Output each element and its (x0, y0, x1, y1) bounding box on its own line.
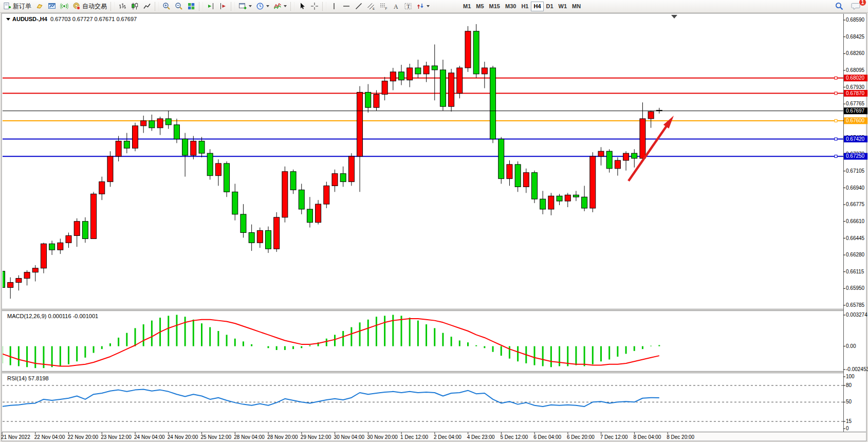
svg-text:30 Nov 20:00: 30 Nov 20:00 (367, 434, 398, 440)
toolbar-grip (231, 2, 235, 11)
price-chart[interactable]: 0.685900.684250.682600.680950.679300.677… (0, 13, 868, 442)
svg-text:80: 80 (846, 382, 852, 388)
cursor-tool-button[interactable] (296, 1, 308, 12)
signal-icon (60, 2, 68, 10)
svg-text:6 Dec 20:00: 6 Dec 20:00 (567, 434, 595, 440)
new-chart-button[interactable] (236, 1, 254, 12)
search-button[interactable] (833, 1, 846, 12)
svg-text:100: 100 (846, 374, 855, 379)
dropdown-caret (266, 5, 269, 7)
svg-text:T: T (407, 3, 410, 9)
text-label-tool-button[interactable]: T (402, 1, 414, 12)
toolbar-grip (199, 2, 203, 11)
svg-text:15: 15 (846, 418, 852, 424)
market-watch-button[interactable] (33, 1, 46, 12)
horizontal-line-tool-button[interactable] (340, 1, 353, 12)
symbol-timeframe-label: AUDUSD-,H4 (12, 16, 47, 22)
timeframe-M5[interactable]: M5 (473, 2, 486, 11)
period-button[interactable] (254, 1, 271, 12)
rsi-label: RSI(14) 57.8198 (7, 375, 49, 381)
zoom-in-button[interactable] (160, 1, 173, 12)
svg-text:2 Dec 04:00: 2 Dec 04:00 (434, 434, 461, 440)
equidistant-channel-tool-button[interactable]: E (365, 1, 377, 12)
timeframe-M15[interactable]: M15 (487, 2, 503, 11)
svg-text:0.00: 0.00 (846, 343, 856, 349)
auto-trading-label: 自动交易 (82, 2, 107, 11)
auto-scroll-button[interactable] (205, 1, 217, 12)
tile-windows-button[interactable] (185, 1, 197, 12)
signals-button[interactable] (58, 1, 70, 12)
text-icon: A (392, 2, 400, 10)
svg-text:0.68095: 0.68095 (846, 67, 865, 73)
svg-text:0.67870: 0.67870 (846, 90, 865, 96)
svg-text:6 Dec 04:00: 6 Dec 04:00 (533, 434, 561, 440)
svg-text:0.68260: 0.68260 (846, 50, 865, 56)
symbol-dropdown-icon[interactable] (6, 18, 10, 21)
candlestick-icon (131, 2, 139, 10)
svg-text:21 Nov 2022: 21 Nov 2022 (1, 434, 30, 440)
svg-text:0.66445: 0.66445 (846, 235, 865, 241)
dropdown-caret (284, 5, 287, 7)
vertical-line-tool-button[interactable] (328, 1, 340, 12)
svg-text:A: A (394, 3, 398, 10)
svg-text:1 Dec 12:00: 1 Dec 12:00 (400, 434, 428, 440)
svg-text:0.67105: 0.67105 (846, 168, 865, 174)
rsi-value: 57.8198 (28, 375, 49, 381)
svg-text:0.65785: 0.65785 (846, 302, 865, 308)
chat-button-wrap: 1 (849, 1, 863, 12)
fibonacci-tool-button[interactable]: F (377, 1, 390, 12)
crosshair-tool-button[interactable] (308, 1, 321, 12)
timeframe-MN[interactable]: MN (569, 2, 583, 11)
text-label-icon: T (404, 2, 412, 10)
chart-title: AUDUSD-,H4 0.67703 0.67727 0.67671 0.676… (6, 16, 137, 22)
svg-text:8 Dec 04:00: 8 Dec 04:00 (633, 434, 661, 440)
zoom-out-button[interactable] (173, 1, 185, 12)
timeframe-H4[interactable]: H4 (531, 2, 543, 11)
line-chart-mode-button[interactable] (141, 1, 153, 12)
new-order-button[interactable]: 新订单 (1, 1, 33, 12)
svg-text:0.67765: 0.67765 (846, 101, 865, 106)
arrows-tool-button[interactable] (414, 1, 432, 12)
toolbar-grip (290, 2, 294, 11)
svg-text:5 Dec 12:00: 5 Dec 12:00 (500, 434, 528, 440)
svg-text:24 Nov 20:00: 24 Nov 20:00 (168, 434, 198, 440)
svg-text:0.67420: 0.67420 (846, 136, 865, 142)
candlestick-mode-button[interactable] (128, 1, 141, 12)
crosshair-icon (310, 2, 319, 10)
clock-icon (256, 2, 264, 10)
search-icon (835, 2, 844, 11)
macd-main-value: 0.000116 (48, 313, 71, 319)
svg-text:0.67600: 0.67600 (846, 118, 865, 123)
chart-shift-button[interactable] (217, 1, 229, 12)
svg-text:0.003274: 0.003274 (846, 312, 867, 318)
svg-text:F: F (385, 7, 387, 10)
svg-text:8 Dec 20:00: 8 Dec 20:00 (667, 434, 694, 440)
toolbar-right-group: 1 (833, 1, 867, 12)
terminal-button[interactable] (46, 1, 58, 12)
svg-text:28 Nov 20:00: 28 Nov 20:00 (267, 434, 298, 440)
bar-chart-mode-button[interactable] (116, 1, 128, 12)
toolbar-grip (322, 2, 326, 11)
indicators-button[interactable] (271, 1, 289, 12)
time-axis: 21 Nov 202222 Nov 04:0022 Nov 20:0023 No… (1, 432, 866, 440)
svg-text:22 Nov 04:00: 22 Nov 04:00 (34, 434, 65, 440)
timeframe-H1[interactable]: H1 (519, 2, 531, 11)
svg-text:7 Dec 12:00: 7 Dec 12:00 (600, 434, 628, 440)
timeframe-M30[interactable]: M30 (503, 2, 519, 11)
timeframe-M1[interactable]: M1 (460, 2, 473, 11)
svg-text:0: 0 (846, 426, 849, 431)
auto-trading-icon (72, 2, 81, 10)
text-tool-button[interactable]: A (390, 1, 402, 12)
tile-windows-icon (187, 2, 195, 10)
trendline-icon (355, 2, 363, 10)
auto-trading-button[interactable]: 自动交易 (70, 1, 109, 12)
svg-text:0.68590: 0.68590 (846, 17, 865, 23)
horizontal-line-icon (342, 2, 350, 10)
svg-text:24 Nov 04:00: 24 Nov 04:00 (134, 434, 165, 440)
chart-window: 0.685900.684250.682600.680950.679300.677… (0, 13, 868, 442)
trendline-tool-button[interactable] (353, 1, 365, 12)
timeframe-D1[interactable]: D1 (544, 2, 556, 11)
timeframe-W1[interactable]: W1 (556, 2, 570, 11)
toolbar-grip (110, 2, 115, 11)
notification-badge[interactable]: 1 (859, 0, 866, 6)
